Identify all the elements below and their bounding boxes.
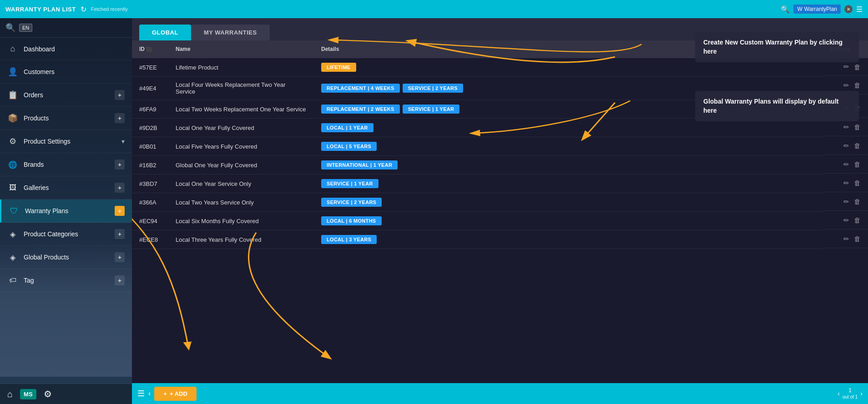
sidebar-add-categories-button[interactable]: + [115, 229, 125, 239]
table-row: #EC94Local Six Months Fully CoveredLOCAL… [132, 212, 868, 230]
col-header-actions: Actions [823, 40, 868, 58]
sidebar-add-orders-button[interactable]: + [115, 90, 125, 100]
cell-name: Local One Year Fully Covered [168, 119, 314, 137]
delete-icon[interactable]: 🗑 [854, 63, 861, 71]
edit-icon[interactable]: ✏ [843, 198, 849, 206]
shield-icon: 🛡 [9, 206, 20, 216]
cell-id: #9D2B [132, 119, 168, 137]
detail-badge: SERVICE | 1 YEAR [321, 179, 378, 188]
topbar: WARRANTY PLAN LIST ↻ Fetched recently 🔍 … [0, 0, 868, 18]
sidebar-search-bar: 🔍 EN [0, 18, 132, 38]
bottom-menu-icon[interactable]: ☰ [137, 389, 145, 399]
page-next-icon[interactable]: › [860, 390, 863, 397]
footer-home-icon[interactable]: ⌂ [7, 389, 13, 399]
delete-icon[interactable]: 🗑 [854, 123, 861, 131]
sidebar-item-tag[interactable]: 🏷 Tag + [0, 269, 132, 292]
detail-badge: REPLACEMENT | 2 WEEKS [321, 105, 400, 114]
close-tab-button[interactable]: ✕ [844, 5, 853, 13]
edit-icon[interactable]: ✏ [843, 81, 849, 90]
sidebar-search-icon[interactable]: 🔍 [5, 23, 15, 33]
tab-global[interactable]: GLOBAL [139, 25, 191, 40]
table-row: #57EELifetime ProductLIFETIME✏🗑 [132, 58, 868, 77]
footer-settings-icon[interactable]: ⚙ [44, 389, 52, 399]
search-icon[interactable]: 🔍 [781, 5, 790, 14]
cell-name: Local Two Years Service Only [168, 193, 314, 212]
col-header-id: ID ⬛ [132, 40, 168, 58]
sidebar-add-galleries-button[interactable]: + [115, 183, 125, 193]
cell-name: Local Four Weeks Replacement Two Year Se… [168, 77, 314, 100]
sidebar-item-warranty-plans[interactable]: 🛡 Warranty Plans + [0, 200, 132, 223]
table-row: #6FA9Local Two Weeks Replacement One Yea… [132, 100, 868, 119]
sidebar-item-customers[interactable]: 👤 Customers [0, 60, 132, 84]
categories-icon: ◈ [7, 230, 18, 239]
footer-ms-button[interactable]: MS [20, 389, 36, 399]
sidebar-item-label: Product Settings [24, 138, 116, 145]
edit-icon[interactable]: ✏ [843, 160, 849, 169]
delete-icon[interactable]: 🗑 [854, 235, 861, 243]
delete-icon[interactable]: 🗑 [854, 105, 861, 112]
page-prev-icon[interactable]: ‹ [838, 390, 840, 397]
cell-name: Local Five Years Fully Covered [168, 137, 314, 156]
detail-badge: LOCAL | 6 MONTHS [321, 216, 382, 225]
delete-icon[interactable]: 🗑 [854, 179, 861, 187]
table-row: #ECE8Local Three Years Fully CoveredLOCA… [132, 230, 868, 249]
bottom-back-icon[interactable]: ‹ [148, 389, 151, 398]
cell-id: #3BD7 [132, 175, 168, 193]
edit-icon[interactable]: ✏ [843, 142, 849, 150]
sidebar-item-dashboard[interactable]: ⌂ Dashboard [0, 38, 132, 60]
delete-icon[interactable]: 🗑 [854, 160, 861, 168]
sidebar-add-tag-button[interactable]: + [115, 275, 125, 285]
detail-badge: LOCAL | 3 YEARS [321, 235, 377, 244]
cell-details: LOCAL | 1 YEAR [314, 119, 823, 137]
home-icon: ⌂ [7, 44, 18, 54]
galleries-icon: 🖼 [7, 184, 18, 192]
edit-icon[interactable]: ✏ [843, 179, 849, 187]
cell-actions: ✏🗑 [823, 193, 868, 211]
sidebar-item-orders[interactable]: 📋 Orders + [0, 84, 132, 107]
add-warranty-button[interactable]: + + ADD [154, 387, 196, 401]
settings-icon: ⚙ [7, 136, 18, 146]
hamburger-menu-icon[interactable]: ☰ [856, 5, 863, 14]
sidebar-item-product-categories[interactable]: ◈ Product Categories + [0, 223, 132, 246]
edit-icon[interactable]: ✏ [843, 235, 849, 243]
cell-name: Lifetime Product [168, 58, 314, 77]
table-container[interactable]: ID ⬛ Name Details Actions #57EELifetime … [132, 40, 868, 383]
sidebar-item-label: Product Categories [24, 230, 109, 238]
sidebar-item-global-products[interactable]: ◈ Global Products + [0, 246, 132, 269]
sidebar-item-product-settings[interactable]: ⚙ Product Settings ▾ [0, 130, 132, 153]
delete-icon[interactable]: 🗑 [854, 142, 861, 150]
brand-icon: 🌐 [7, 160, 18, 169]
warranty-plan-list-title: WARRANTY PLAN LIST [5, 6, 76, 13]
refresh-icon[interactable]: ↻ [81, 5, 86, 14]
cell-actions: ✏🗑 [823, 137, 868, 155]
pagination: ‹ 1out of 1 › [838, 387, 863, 400]
cell-id: #49E4 [132, 77, 168, 100]
table-row: #16B2Global One Year Fully CoveredINTERN… [132, 156, 868, 175]
lang-toggle[interactable]: EN [19, 24, 32, 32]
delete-icon[interactable]: 🗑 [854, 198, 861, 205]
sidebar-add-warranty-button[interactable]: + [115, 206, 125, 216]
cell-actions: ✏🗑 [823, 100, 868, 118]
edit-icon[interactable]: ✏ [843, 63, 849, 71]
cell-details: LOCAL | 6 MONTHS [314, 212, 823, 230]
sidebar-add-global-button[interactable]: + [115, 252, 125, 262]
person-icon: 👤 [7, 67, 18, 77]
delete-icon[interactable]: 🗑 [854, 81, 861, 89]
delete-icon[interactable]: 🗑 [854, 216, 861, 224]
edit-icon[interactable]: ✏ [843, 216, 849, 224]
cell-id: #57EE [132, 58, 168, 77]
sidebar-item-brands[interactable]: 🌐 Brands + [0, 153, 132, 176]
cell-details: REPLACEMENT | 4 WEEKSSERVICE | 2 YEARS [314, 77, 823, 100]
user-badge[interactable]: W WarrantyPlan [793, 5, 841, 14]
edit-icon[interactable]: ✏ [843, 123, 849, 131]
sidebar-add-brands-button[interactable]: + [115, 160, 125, 170]
sidebar-item-galleries[interactable]: 🖼 Galleries + [0, 176, 132, 200]
sidebar-item-products[interactable]: 📦 Products + [0, 107, 132, 130]
cell-name: Local One Year Service Only [168, 175, 314, 193]
sidebar-item-label: Customers [24, 68, 125, 75]
table-row: #9D2BLocal One Year Fully CoveredLOCAL |… [132, 119, 868, 137]
sidebar-add-products-button[interactable]: + [115, 113, 125, 123]
edit-icon[interactable]: ✏ [843, 105, 849, 113]
tab-my-warranties[interactable]: MY WARRANTIES [191, 25, 270, 40]
sidebar-item-label: Brands [24, 161, 109, 168]
